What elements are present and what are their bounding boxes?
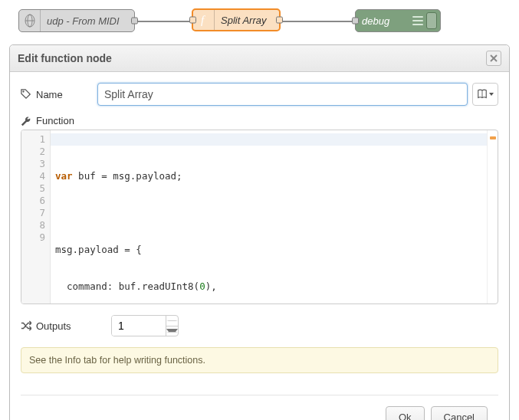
panel-header: Edit function node [10,45,509,72]
debug-toggle-button[interactable] [426,12,437,29]
chevron-down-icon [166,329,178,333]
node-debug[interactable]: debug [355,9,441,32]
overview-marker [490,136,496,139]
input-port[interactable] [352,18,359,25]
node-label: udp - From MIDI [41,15,134,27]
shuffle-icon [21,320,31,331]
svg-text:f: f [201,14,205,26]
chevron-down-icon [489,93,494,96]
spinner-down-button[interactable] [166,326,178,336]
svg-point-6 [22,90,24,92]
outputs-row: Outputs [21,315,498,336]
name-input[interactable] [97,83,468,106]
flow-canvas: udp - From MIDI f Split Array debug [0,0,519,37]
ok-button[interactable]: Ok [386,406,425,420]
node-label: debug [356,15,412,27]
line-gutter: 1 2 3 4 5 6 7 8 9 [21,130,51,304]
close-button[interactable] [486,51,501,66]
code-editor[interactable]: 1 2 3 4 5 6 7 8 9 var buf = msg.payload;… [21,130,498,304]
spinner-up-button[interactable] [166,316,178,326]
function-icon: f [193,10,215,30]
cancel-button[interactable]: Cancel [431,406,488,420]
active-line-highlight [51,133,487,146]
name-row: Name [21,83,498,106]
name-label: Name [21,89,97,100]
outputs-spinner[interactable] [111,315,179,336]
function-label: Function [21,115,498,126]
node-function[interactable]: f Split Array [192,8,281,31]
chevron-up-icon [166,320,178,321]
output-port[interactable] [276,17,283,24]
debug-bars-icon [412,15,423,27]
info-tip: See the Info tab for help writing functi… [21,347,498,373]
outputs-label: Outputs [21,320,97,332]
outputs-input[interactable] [112,316,166,336]
edit-function-panel: Edit function node Name Function 1 2 [9,44,510,420]
overview-ruler [487,130,498,304]
output-port[interactable] [131,18,138,25]
book-icon [477,89,488,100]
panel-title: Edit function node [18,52,112,64]
panel-footer: Ok Cancel [21,395,498,420]
node-label: Split Array [215,15,279,26]
node-udp[interactable]: udp - From MIDI [18,9,135,32]
udp-icon [19,10,41,31]
close-icon [490,54,498,62]
wire [276,21,360,22]
library-button[interactable] [472,83,498,106]
tag-icon [21,89,31,100]
code-area[interactable]: var buf = msg.payload; msg.payload = { c… [51,130,487,304]
input-port[interactable] [189,17,196,24]
wrench-icon [21,116,31,126]
wire [130,21,196,22]
